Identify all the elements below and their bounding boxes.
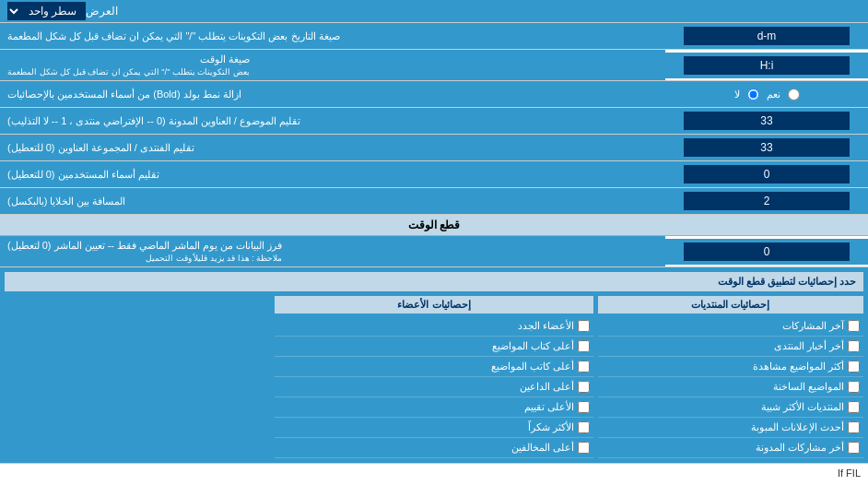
main-container: العرض سطر واحد سطرين ثلاثة أسطر d-m صيغة… <box>0 0 868 482</box>
usernames-limit-label: تقليم أسماء المستخدمين (0 للتعطيل) <box>0 161 665 187</box>
usernames-limit-input-cell: 0 <box>665 161 868 187</box>
remove-bold-yes-label: نعم <box>767 89 780 101</box>
remove-bold-input-cell: نعم لا <box>665 81 868 107</box>
stat-similar-forums: المنتديات الأكثر شبية <box>598 397 863 418</box>
stat-top-posters: أعلى كاتب المواضيع <box>275 357 593 377</box>
forum-limit-row: 33 تقليم الفنتدى / المجموعة العناوين (0 … <box>0 135 868 161</box>
cell-padding-input[interactable]: 2 <box>684 192 850 210</box>
cutoff-section-header: قطع الوقت <box>0 215 868 236</box>
topics-limit-input[interactable]: 33 <box>684 112 850 130</box>
forum-limit-input[interactable]: 33 <box>684 138 850 157</box>
stat-new-members-checkbox[interactable] <box>578 320 590 332</box>
cutoff-row: 0 فرز البيانات من يوم الماشر الماضي فقط … <box>0 236 868 267</box>
remove-bold-no-radio[interactable] <box>747 89 759 101</box>
stats-section-header: حدد إحصائيات لتطبيق قطع الوقت <box>5 272 863 291</box>
stats-section: حدد إحصائيات لتطبيق قطع الوقت إحصائيات ا… <box>0 267 868 463</box>
cell-padding-input-cell: 2 <box>665 188 868 214</box>
stat-forum-news-checkbox[interactable] <box>848 340 860 352</box>
display-dropdown[interactable]: سطر واحد سطرين ثلاثة أسطر <box>7 2 86 20</box>
cutoff-input-cell: 0 <box>665 239 868 265</box>
stat-top-guests: أعلى المخالفين <box>275 438 593 458</box>
stat-last-noted: أخر مشاركات المدونة <box>598 438 863 458</box>
stat-top-online-checkbox[interactable] <box>578 381 590 393</box>
usernames-limit-input[interactable]: 0 <box>684 165 850 183</box>
topics-limit-row: 33 تقليم الموضوع / العناوين المدونة (0 -… <box>0 108 868 135</box>
date-format-input[interactable]: d-m <box>684 27 850 45</box>
stat-recent-ads-checkbox[interactable] <box>848 421 860 433</box>
stat-hot-topics: المواضيع الساخنة <box>598 377 863 397</box>
topics-limit-input-cell: 33 <box>665 108 868 134</box>
date-format-input-cell: d-m <box>665 23 868 49</box>
member-stats-header: إحصائيات الأعضاء <box>275 296 593 314</box>
forum-limit-label: تقليم الفنتدى / المجموعة العناوين (0 للت… <box>0 135 665 160</box>
stat-most-viewed-checkbox[interactable] <box>848 361 860 373</box>
remove-bold-label: ازالة نمط بولد (Bold) من أسماء المستخدمي… <box>0 81 665 107</box>
stat-recent-ads: أحدث الإعلانات المبوبة <box>598 418 863 438</box>
stat-forum-news: أخر أخبار المنتدى <box>598 337 863 357</box>
stat-top-posters-checkbox[interactable] <box>578 361 590 373</box>
bottom-text-area: If FIL <box>0 463 868 482</box>
date-format-row: d-m صيغة التاريخ بعض التكوينات يتطلب "/"… <box>0 23 868 50</box>
stat-last-posts-checkbox[interactable] <box>848 320 860 332</box>
stat-most-thanks: الأكثر شكراً <box>275 418 593 438</box>
time-format-row: H:i صيغة الوقتبعض التكوينات يتطلب "/" ال… <box>0 50 868 81</box>
stat-top-online: أعلى الداعين <box>275 377 593 397</box>
cutoff-input[interactable]: 0 <box>684 243 850 261</box>
header-row: العرض سطر واحد سطرين ثلاثة أسطر <box>0 0 868 23</box>
cutoff-label: فرز البيانات من يوم الماشر الماضي فقط --… <box>0 236 665 266</box>
date-format-label: صيغة التاريخ بعض التكوينات يتطلب "/" الت… <box>0 23 665 49</box>
forum-stats-header: إحصائيات المنتديات <box>598 296 863 314</box>
stat-most-thanks-checkbox[interactable] <box>578 421 590 433</box>
stat-top-writers: أعلى كتاب المواضيع <box>275 337 593 357</box>
stat-new-members: الأعضاء الجدد <box>275 316 593 337</box>
remove-bold-row: نعم لا ازالة نمط بولد (Bold) من أسماء ال… <box>0 81 868 108</box>
empty-col <box>5 296 270 458</box>
stat-top-rated: الأعلى تقييم <box>275 397 593 418</box>
stat-last-noted-checkbox[interactable] <box>848 442 860 454</box>
stat-similar-forums-checkbox[interactable] <box>848 401 860 413</box>
bottom-text: If FIL <box>838 467 861 479</box>
forum-limit-input-cell: 33 <box>665 135 868 160</box>
remove-bold-yes-radio[interactable] <box>788 89 800 101</box>
stat-top-rated-checkbox[interactable] <box>578 401 590 413</box>
header-label: العرض <box>86 5 118 18</box>
stat-top-writers-checkbox[interactable] <box>578 340 590 352</box>
time-format-input[interactable]: H:i <box>684 56 850 75</box>
time-format-input-cell: H:i <box>665 53 868 78</box>
stat-most-viewed: أكثر المواضيع مشاهدة <box>598 357 863 377</box>
remove-bold-no-label: لا <box>734 89 740 101</box>
stat-hot-topics-checkbox[interactable] <box>848 381 860 393</box>
cell-padding-row: 2 المسافة بين الخلايا (بالبكسل) <box>0 188 868 215</box>
stat-last-posts: آخر المشاركات <box>598 316 863 337</box>
forum-stats-col: إحصائيات المنتديات آخر المشاركات أخر أخب… <box>598 296 863 458</box>
time-format-label: صيغة الوقتبعض التكوينات يتطلب "/" التي ي… <box>0 50 665 80</box>
stats-grid: إحصائيات المنتديات آخر المشاركات أخر أخب… <box>5 296 863 458</box>
stat-top-guests-checkbox[interactable] <box>578 442 590 454</box>
topics-limit-label: تقليم الموضوع / العناوين المدونة (0 -- ا… <box>0 108 665 134</box>
member-stats-col: إحصائيات الأعضاء الأعضاء الجدد أعلى كتاب… <box>275 296 593 458</box>
cell-padding-label: المسافة بين الخلايا (بالبكسل) <box>0 188 665 214</box>
usernames-limit-row: 0 تقليم أسماء المستخدمين (0 للتعطيل) <box>0 161 868 188</box>
